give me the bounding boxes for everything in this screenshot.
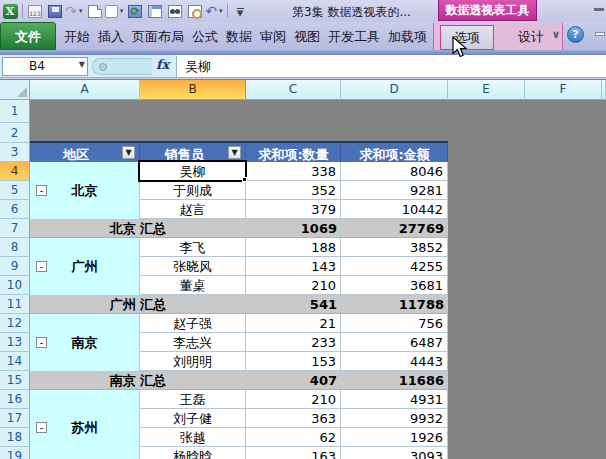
- row-header-11[interactable]: 11: [0, 295, 30, 314]
- subtotal-label-南京[interactable]: 南京 汇总: [30, 371, 246, 390]
- cell-D4[interactable]: 8046: [341, 162, 448, 181]
- subtotal-qty-北京[interactable]: 1069: [246, 219, 341, 238]
- cell-D13[interactable]: 6487: [341, 333, 448, 352]
- row-header-17[interactable]: 17: [0, 409, 30, 428]
- cell-D16[interactable]: 4931: [341, 390, 448, 409]
- cell-B10[interactable]: 董桌: [140, 276, 246, 295]
- row-header-4[interactable]: 4: [0, 162, 30, 181]
- worksheet-canvas[interactable]: ABCDEF12345678910111213141516171819地区▼销售…: [0, 79, 606, 459]
- tab-审阅[interactable]: 审阅: [256, 22, 290, 50]
- formula-input[interactable]: 吴柳: [177, 55, 606, 77]
- cell-D18[interactable]: 1926: [341, 428, 448, 447]
- filter-dropdown-icon[interactable]: ▼: [122, 146, 135, 159]
- qat-more-icon[interactable]: ▾: [230, 2, 250, 20]
- cell-D8[interactable]: 3852: [341, 238, 448, 257]
- subtotal-qty-广州[interactable]: 541: [246, 295, 341, 314]
- cell-D9[interactable]: 4255: [341, 257, 448, 276]
- minimize-icon[interactable]: [595, 32, 605, 36]
- row-header-13[interactable]: 13: [0, 333, 30, 352]
- cell-C16[interactable]: 210: [246, 390, 341, 409]
- tab-插入[interactable]: 插入: [94, 22, 128, 50]
- column-header-B[interactable]: B: [140, 80, 246, 100]
- row-header-14[interactable]: 14: [0, 352, 30, 371]
- cell-B8[interactable]: 李飞: [140, 238, 246, 257]
- find-icon[interactable]: [165, 2, 185, 20]
- row-header-15[interactable]: 15: [0, 371, 30, 390]
- row-header-19[interactable]: 19: [0, 447, 30, 459]
- row-header-8[interactable]: 8: [0, 238, 30, 257]
- minimize-window-icon[interactable]: [594, 8, 604, 11]
- row-header-12[interactable]: 12: [0, 314, 30, 333]
- cell-C17[interactable]: 363: [246, 409, 341, 428]
- cell-B5[interactable]: 于则成: [140, 181, 246, 200]
- tab-页面布局[interactable]: 页面布局: [128, 22, 188, 50]
- column-header-G[interactable]: [602, 80, 606, 100]
- subtotal-amt-南京[interactable]: 11686: [341, 371, 448, 390]
- cell-C10[interactable]: 210: [246, 276, 341, 295]
- name-box-dropdown-icon[interactable]: ▼: [79, 60, 85, 69]
- calculator-icon[interactable]: 123: [25, 2, 45, 20]
- tab-开发工具[interactable]: 开发工具: [324, 22, 384, 50]
- excel-logo-icon[interactable]: X: [0, 2, 20, 20]
- row-header-9[interactable]: 9: [0, 257, 30, 276]
- cell-C12[interactable]: 21: [246, 314, 341, 333]
- region-cell-广州[interactable]: -广州: [30, 238, 140, 295]
- tab-数据[interactable]: 数据: [222, 22, 256, 50]
- pivot-header-B[interactable]: 销售员▼: [140, 141, 246, 162]
- print-preview-icon[interactable]: [185, 2, 205, 20]
- row-header-7[interactable]: 7: [0, 219, 30, 238]
- cell-B18[interactable]: 张越: [140, 428, 246, 447]
- cell-D5[interactable]: 9281: [341, 181, 448, 200]
- column-header-F[interactable]: F: [525, 80, 602, 100]
- redo-icon-dropdown[interactable]: ▾: [77, 7, 85, 15]
- cell-B14[interactable]: 刘明明: [140, 352, 246, 371]
- column-header-C[interactable]: C: [246, 80, 341, 100]
- row-header-2[interactable]: 2: [0, 123, 30, 143]
- cell-C19[interactable]: 163: [246, 447, 341, 459]
- subtotal-amt-北京[interactable]: 27769: [341, 219, 448, 238]
- cell-C14[interactable]: 153: [246, 352, 341, 371]
- tab-开始[interactable]: 开始: [60, 22, 94, 50]
- cell-B9[interactable]: 张晓风: [140, 257, 246, 276]
- cell-B6[interactable]: 赵言: [140, 200, 246, 219]
- select-all-corner[interactable]: [0, 80, 30, 100]
- row-header-16[interactable]: 16: [0, 390, 30, 409]
- pivot-header-A[interactable]: 地区▼: [30, 141, 140, 162]
- tab-公式[interactable]: 公式: [188, 22, 222, 50]
- collapse-ribbon-icon[interactable]: ∨: [548, 27, 564, 43]
- tab-加载项[interactable]: 加载项: [384, 22, 431, 50]
- cell-C13[interactable]: 233: [246, 333, 341, 352]
- name-box[interactable]: B4 ▼: [2, 57, 88, 76]
- cell-B17[interactable]: 刘子健: [140, 409, 246, 428]
- redo-icon[interactable]: ↷▾: [65, 2, 85, 20]
- undo-icon-dropdown[interactable]: ▾: [217, 7, 225, 15]
- tab-视图[interactable]: 视图: [290, 22, 324, 50]
- subtotal-amt-广州[interactable]: 11788: [341, 295, 448, 314]
- row-header-3[interactable]: 3: [0, 143, 30, 162]
- undo-icon[interactable]: ↶▾: [205, 2, 225, 20]
- cell-C18[interactable]: 62: [246, 428, 341, 447]
- column-header-D[interactable]: D: [341, 80, 448, 100]
- cell-C6[interactable]: 379: [246, 200, 341, 219]
- cell-B13[interactable]: 李志兴: [140, 333, 246, 352]
- cell-C4[interactable]: 338: [246, 162, 341, 181]
- cell-C8[interactable]: 188: [246, 238, 341, 257]
- region-cell-苏州[interactable]: -苏州: [30, 390, 140, 459]
- cell-D6[interactable]: 10442: [341, 200, 448, 219]
- subtotal-qty-南京[interactable]: 407: [246, 371, 341, 390]
- new-document-icon[interactable]: [85, 2, 105, 20]
- tab-file[interactable]: 文件: [0, 22, 56, 50]
- refresh-book-icon[interactable]: ⟳: [125, 2, 145, 20]
- pivot-header-C[interactable]: 求和项:数量: [246, 141, 341, 162]
- fill-handle[interactable]: [242, 177, 247, 182]
- subtotal-label-北京[interactable]: 北京 汇总: [30, 219, 246, 238]
- cell-D10[interactable]: 3681: [341, 276, 448, 295]
- row-header-1[interactable]: 1: [0, 100, 30, 123]
- column-header-E[interactable]: E: [448, 80, 525, 100]
- help-button[interactable]: ?: [567, 26, 584, 43]
- cell-C5[interactable]: 352: [246, 181, 341, 200]
- row-header-18[interactable]: 18: [0, 428, 30, 447]
- pivot-header-D[interactable]: 求和项:金额: [341, 141, 448, 162]
- filter-dropdown-icon[interactable]: ▼: [228, 146, 241, 159]
- region-cell-北京[interactable]: -北京: [30, 162, 140, 219]
